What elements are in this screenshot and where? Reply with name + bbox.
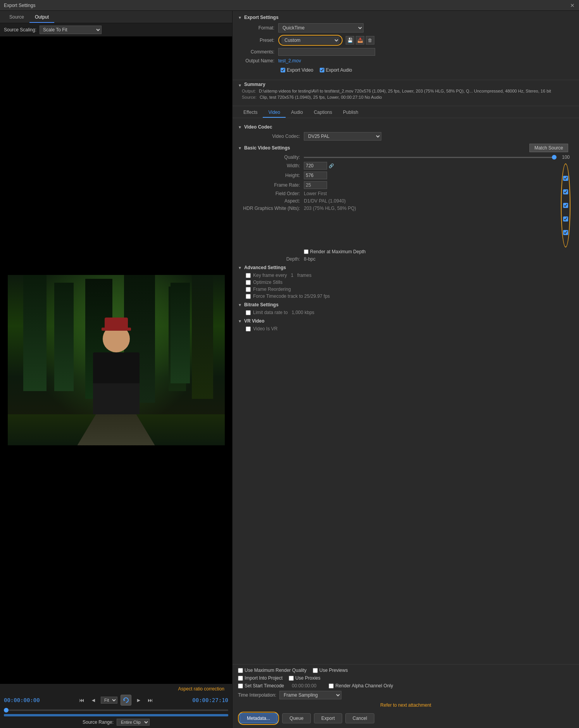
tab-bar: Source Output <box>0 11 232 23</box>
timecode-end: 00:00:27:10 <box>192 697 228 703</box>
delete-preset-button[interactable]: 🗑 <box>366 36 374 45</box>
cancel-button[interactable]: Cancel <box>345 713 374 723</box>
right-checkboxes <box>558 162 574 249</box>
source-range-label: Source Range: <box>83 719 114 725</box>
export-checkboxes: Export Video Export Audio <box>238 66 574 74</box>
render-max-depth-row: Render at Maximum Depth <box>238 249 574 254</box>
width-row: Width: 🔗 <box>238 162 558 170</box>
tab-effects[interactable]: Effects <box>238 108 263 118</box>
go-to-end-button[interactable]: ⏭ <box>146 696 155 704</box>
hdr-checkbox[interactable] <box>563 230 568 235</box>
fit-select[interactable]: Fit <box>101 697 117 704</box>
aspect-ratio-label: Aspect ratio correction <box>4 686 228 692</box>
tab-output[interactable]: Output <box>29 13 54 23</box>
frame-rate-checkbox[interactable] <box>563 189 568 194</box>
render-alpha-label[interactable]: Render Alpha Channel Only <box>329 683 393 689</box>
refer-to-next-section: Refer to next attachment <box>238 702 574 708</box>
export-settings-header: ▼ Export Settings <box>238 15 574 20</box>
loop-button[interactable] <box>121 695 131 706</box>
frame-reordering-checkbox[interactable] <box>246 287 251 292</box>
use-max-quality-label[interactable]: Use Maximum Render Quality <box>238 668 307 673</box>
aspect-row: Aspect: D1/DV PAL (1.0940) <box>238 198 558 204</box>
video-is-vr-checkbox[interactable] <box>246 326 251 331</box>
video-codec-collapse-icon[interactable]: ▼ <box>238 125 242 129</box>
optimize-stills-label: Optimize Stills <box>253 280 283 285</box>
bitrate-settings-header: ▼ Bitrate Settings <box>238 302 574 307</box>
export-video-checkbox[interactable] <box>281 68 285 72</box>
tab-publish[interactable]: Publish <box>338 108 364 118</box>
metadata-oval-highlight: Metadata... <box>238 712 279 725</box>
use-previews-label[interactable]: Use Previews <box>313 668 348 673</box>
format-row: Format: QuickTime <box>238 23 574 33</box>
keyframe-checkbox[interactable] <box>246 273 251 278</box>
summary-title: Summary <box>244 82 265 87</box>
preset-icons: 💾 📥 🗑 <box>346 36 374 45</box>
queue-button[interactable]: Queue <box>282 713 311 723</box>
preset-select[interactable]: Custom <box>281 36 339 44</box>
save-preset-button[interactable]: 💾 <box>346 36 354 45</box>
format-select[interactable]: QuickTime <box>278 23 364 33</box>
render-alpha-checkbox[interactable] <box>329 683 334 689</box>
go-to-start-button[interactable]: ⏮ <box>78 696 86 704</box>
field-order-checkbox[interactable] <box>563 203 568 208</box>
output-name-row: Output Name: test_2.mov <box>238 58 574 64</box>
timeline-bar[interactable] <box>4 714 228 716</box>
import-into-project-checkbox[interactable] <box>238 676 243 681</box>
advanced-collapse-icon[interactable]: ▼ <box>238 266 242 270</box>
time-interpolation-select[interactable]: Frame Sampling <box>279 691 341 699</box>
preset-label: Preset: <box>240 38 278 43</box>
export-video-checkbox-label[interactable]: Export Video <box>281 67 314 73</box>
close-button[interactable]: ✕ <box>569 2 576 9</box>
use-max-quality-checkbox[interactable] <box>238 668 243 673</box>
export-audio-checkbox-label[interactable]: Export Audio <box>320 67 352 73</box>
frame-rate-input[interactable] <box>304 181 327 189</box>
optimize-stills-checkbox[interactable] <box>246 280 251 285</box>
set-start-timecode-checkbox[interactable] <box>238 683 243 689</box>
tab-source[interactable]: Source <box>4 13 29 23</box>
export-button[interactable]: Export <box>314 713 342 723</box>
force-timecode-checkbox[interactable] <box>246 294 251 299</box>
export-audio-checkbox[interactable] <box>320 68 324 72</box>
force-timecode-row: Force Timecode track to 25/29.97 fps <box>238 294 574 299</box>
summary-collapse-icon[interactable]: ▼ <box>238 83 242 88</box>
dimensions-fields: Width: 🔗 Height: Frame Rate: Field Order… <box>238 162 558 213</box>
vr-collapse-icon[interactable]: ▼ <box>238 319 242 323</box>
source-value: Clip, test 720x576 (1.0940), 25 fps, Low… <box>260 95 382 100</box>
comments-input[interactable] <box>278 48 375 56</box>
source-scaling-label: Source Scaling: <box>4 27 36 33</box>
set-start-timecode-label[interactable]: Set Start Timecode <box>238 683 284 689</box>
match-source-button[interactable]: Match Source <box>529 144 568 152</box>
limit-data-rate-checkbox[interactable] <box>246 310 251 315</box>
width-lock-checkbox[interactable] <box>563 176 568 181</box>
quality-slider[interactable] <box>304 157 557 158</box>
aspect-checkbox[interactable] <box>563 216 568 221</box>
tab-captions[interactable]: Captions <box>308 108 338 118</box>
height-input[interactable] <box>304 172 327 179</box>
bitrate-collapse-icon[interactable]: ▼ <box>238 303 242 307</box>
source-key: Source: <box>242 95 257 100</box>
import-into-project-label[interactable]: Import Into Project <box>238 675 283 681</box>
render-max-depth-checkbox[interactable] <box>304 249 308 254</box>
tab-video[interactable]: Video <box>263 108 285 118</box>
step-forward-button[interactable]: ► <box>134 696 143 704</box>
field-order-label: Field Order: <box>238 191 304 196</box>
width-input[interactable] <box>304 162 327 170</box>
collapse-arrow-icon[interactable]: ▼ <box>238 15 242 20</box>
use-proxies-label[interactable]: Use Proxies <box>289 675 321 681</box>
basic-video-collapse-icon[interactable]: ▼ <box>238 146 242 150</box>
progress-bar[interactable] <box>4 709 228 711</box>
step-back-button[interactable]: ◄ <box>89 696 98 704</box>
use-proxies-checkbox[interactable] <box>289 676 294 681</box>
import-preset-button[interactable]: 📥 <box>356 36 364 45</box>
render-max-depth-label[interactable]: Render at Maximum Depth <box>304 249 365 254</box>
height-label: Height: <box>238 173 304 178</box>
tab-audio[interactable]: Audio <box>286 108 308 118</box>
source-range-select[interactable]: Entire Clip <box>117 719 150 726</box>
output-name-link[interactable]: test_2.mov <box>278 58 301 64</box>
metadata-button[interactable]: Metadata... <box>240 713 277 723</box>
use-previews-checkbox[interactable] <box>313 668 318 673</box>
output-key: Output: <box>242 89 256 93</box>
source-scaling-select[interactable]: Scale To Fit <box>40 26 102 34</box>
video-codec-select[interactable]: DV25 PAL <box>304 132 381 141</box>
footer-row-1: Use Maximum Render Quality Use Previews <box>238 668 574 673</box>
